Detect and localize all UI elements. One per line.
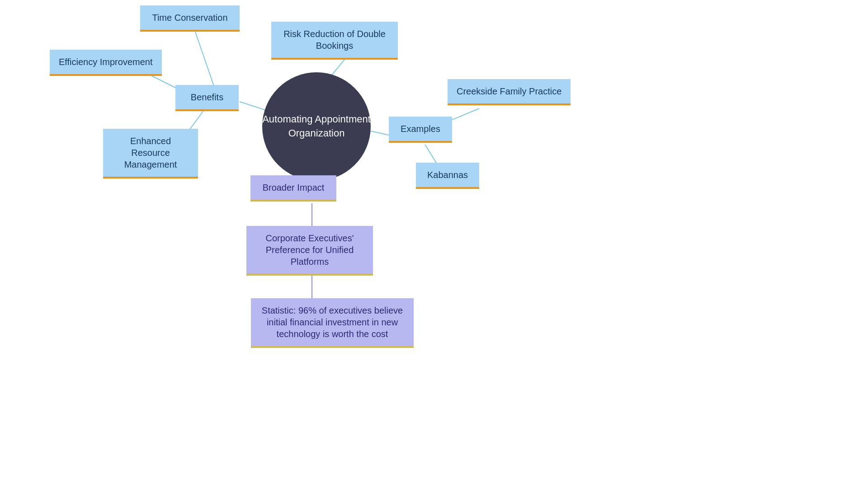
enhanced-resource-label: Enhanced Resource Management bbox=[124, 136, 177, 169]
time-conservation-label: Time Conservation bbox=[152, 13, 227, 23]
benefits-node: Benefits bbox=[175, 85, 239, 111]
statistic-label: Statistic: 96% of executives believe ini… bbox=[262, 305, 403, 339]
center-label: Automating Appointment Organization bbox=[262, 113, 371, 141]
broader-impact-label: Broader Impact bbox=[263, 183, 325, 192]
time-conservation-node: Time Conservation bbox=[140, 5, 240, 32]
efficiency-improvement-label: Efficiency Improvement bbox=[59, 57, 153, 67]
risk-reduction-node: Risk Reduction of Double Bookings bbox=[271, 22, 398, 60]
creekside-label: Creekside Family Practice bbox=[457, 86, 561, 96]
examples-label: Examples bbox=[401, 124, 440, 134]
enhanced-resource-node: Enhanced Resource Management bbox=[103, 129, 198, 178]
broader-impact-node: Broader Impact bbox=[250, 175, 336, 202]
risk-reduction-label: Risk Reduction of Double Bookings bbox=[283, 29, 386, 51]
kabannas-node: Kabannas bbox=[416, 163, 479, 189]
benefits-label: Benefits bbox=[191, 92, 223, 102]
corporate-executives-node: Corporate Executives' Preference for Uni… bbox=[246, 226, 373, 276]
creekside-node: Creekside Family Practice bbox=[448, 79, 571, 105]
center-node: Automating Appointment Organization bbox=[262, 72, 371, 181]
statistic-node: Statistic: 96% of executives believe ini… bbox=[251, 298, 414, 348]
corporate-label: Corporate Executives' Preference for Uni… bbox=[265, 233, 354, 267]
efficiency-improvement-node: Efficiency Improvement bbox=[50, 50, 162, 76]
examples-node: Examples bbox=[389, 117, 452, 143]
kabannas-label: Kabannas bbox=[427, 170, 468, 180]
